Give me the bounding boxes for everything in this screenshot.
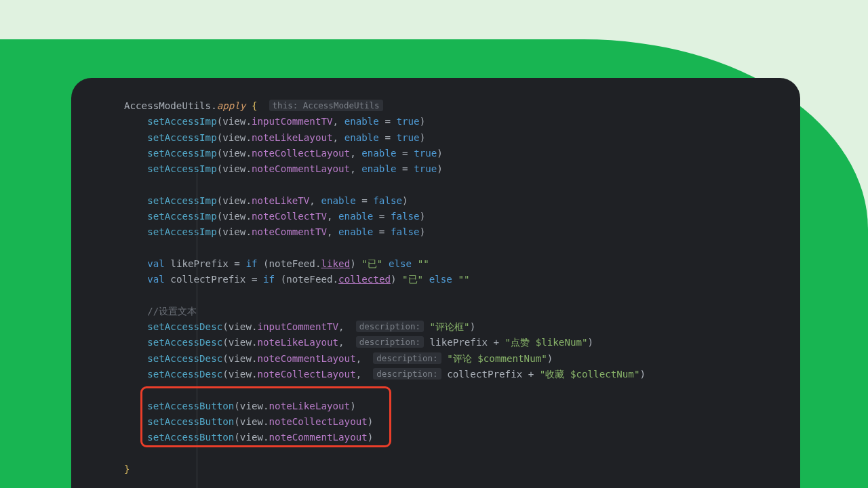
apply-call: apply — [217, 100, 246, 111]
inlay-hint-description: description: — [356, 321, 424, 332]
inlay-hint-this: this: AccessModeUtils — [269, 100, 383, 111]
class-name: AccessModeUtils — [124, 100, 211, 111]
highlight-rectangle — [140, 386, 391, 447]
comment: //设置文本 — [147, 306, 197, 317]
fn-call: setAccessImp — [147, 116, 217, 127]
